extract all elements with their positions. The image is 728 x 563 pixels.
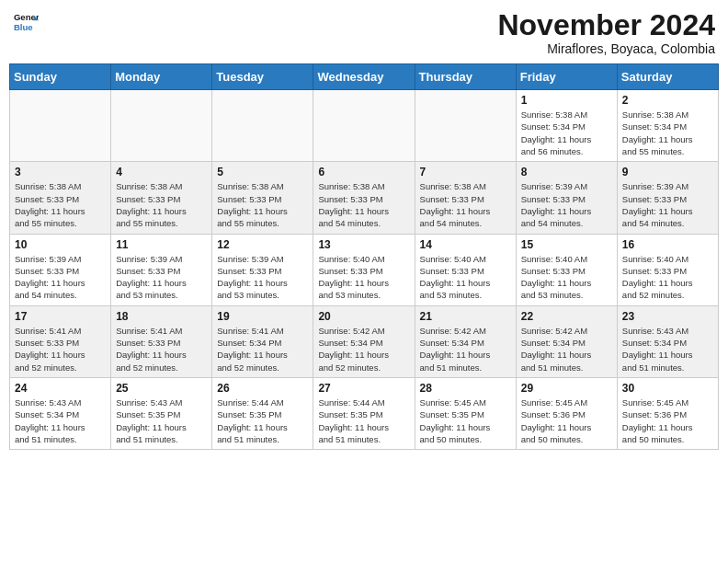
calendar-cell: 14Sunrise: 5:40 AM Sunset: 5:33 PM Dayli… <box>415 234 516 305</box>
week-row-1: 1Sunrise: 5:38 AM Sunset: 5:34 PM Daylig… <box>10 90 719 162</box>
day-info: Sunrise: 5:40 AM Sunset: 5:33 PM Dayligh… <box>622 253 713 302</box>
calendar-cell: 23Sunrise: 5:43 AM Sunset: 5:34 PM Dayli… <box>617 305 718 377</box>
day-info: Sunrise: 5:44 AM Sunset: 5:35 PM Dayligh… <box>217 396 308 445</box>
day-number: 5 <box>217 166 308 178</box>
day-number: 14 <box>420 238 511 251</box>
calendar-cell: 7Sunrise: 5:38 AM Sunset: 5:33 PM Daylig… <box>415 162 516 234</box>
calendar-cell: 22Sunrise: 5:42 AM Sunset: 5:34 PM Dayli… <box>516 305 617 377</box>
day-number: 9 <box>622 166 713 178</box>
weekday-header-tuesday: Tuesday <box>212 64 313 90</box>
day-number: 28 <box>420 382 511 395</box>
calendar-cell: 5Sunrise: 5:38 AM Sunset: 5:33 PM Daylig… <box>212 162 313 234</box>
month-title: November 2024 <box>497 9 715 41</box>
weekday-header-sunday: Sunday <box>10 64 111 90</box>
calendar-cell: 10Sunrise: 5:39 AM Sunset: 5:33 PM Dayli… <box>10 234 111 305</box>
week-row-4: 17Sunrise: 5:41 AM Sunset: 5:33 PM Dayli… <box>10 305 719 377</box>
weekday-header-saturday: Saturday <box>617 64 718 90</box>
day-info: Sunrise: 5:39 AM Sunset: 5:33 PM Dayligh… <box>521 180 612 229</box>
logo: General Blue <box>13 9 39 35</box>
calendar-cell: 18Sunrise: 5:41 AM Sunset: 5:33 PM Dayli… <box>111 305 212 377</box>
day-number: 13 <box>318 238 409 251</box>
calendar-cell: 21Sunrise: 5:42 AM Sunset: 5:34 PM Dayli… <box>415 305 516 377</box>
day-info: Sunrise: 5:38 AM Sunset: 5:34 PM Dayligh… <box>622 109 713 157</box>
day-number: 19 <box>217 310 308 323</box>
day-info: Sunrise: 5:38 AM Sunset: 5:33 PM Dayligh… <box>420 180 511 229</box>
calendar-cell: 20Sunrise: 5:42 AM Sunset: 5:34 PM Dayli… <box>313 305 415 377</box>
calendar-cell <box>111 90 212 162</box>
day-number: 22 <box>521 310 612 323</box>
calendar-cell: 3Sunrise: 5:38 AM Sunset: 5:33 PM Daylig… <box>10 162 111 234</box>
day-number: 6 <box>318 166 409 178</box>
day-number: 23 <box>622 310 713 323</box>
day-info: Sunrise: 5:45 AM Sunset: 5:36 PM Dayligh… <box>521 396 612 445</box>
calendar-cell: 24Sunrise: 5:43 AM Sunset: 5:34 PM Dayli… <box>10 377 111 449</box>
calendar-cell: 28Sunrise: 5:45 AM Sunset: 5:35 PM Dayli… <box>415 377 516 449</box>
svg-text:Blue: Blue <box>14 22 33 32</box>
day-number: 7 <box>420 166 511 178</box>
calendar-cell: 17Sunrise: 5:41 AM Sunset: 5:33 PM Dayli… <box>10 305 111 377</box>
weekday-header-wednesday: Wednesday <box>313 64 415 90</box>
day-info: Sunrise: 5:41 AM Sunset: 5:33 PM Dayligh… <box>15 325 106 373</box>
calendar-cell: 25Sunrise: 5:43 AM Sunset: 5:35 PM Dayli… <box>111 377 212 449</box>
day-number: 26 <box>217 382 308 395</box>
calendar-cell: 16Sunrise: 5:40 AM Sunset: 5:33 PM Dayli… <box>617 234 718 305</box>
day-number: 10 <box>15 238 106 251</box>
day-info: Sunrise: 5:45 AM Sunset: 5:35 PM Dayligh… <box>420 396 511 445</box>
calendar-cell: 15Sunrise: 5:40 AM Sunset: 5:33 PM Dayli… <box>516 234 617 305</box>
day-number: 1 <box>521 94 612 107</box>
week-row-3: 10Sunrise: 5:39 AM Sunset: 5:33 PM Dayli… <box>10 234 719 305</box>
day-number: 29 <box>521 382 612 395</box>
day-info: Sunrise: 5:45 AM Sunset: 5:36 PM Dayligh… <box>622 396 713 445</box>
day-info: Sunrise: 5:39 AM Sunset: 5:33 PM Dayligh… <box>217 253 308 302</box>
weekday-header-row: SundayMondayTuesdayWednesdayThursdayFrid… <box>10 64 719 90</box>
title-block: November 2024 Miraflores, Boyaca, Colomb… <box>497 9 715 56</box>
day-info: Sunrise: 5:38 AM Sunset: 5:33 PM Dayligh… <box>15 180 106 229</box>
day-number: 27 <box>318 382 409 395</box>
day-info: Sunrise: 5:40 AM Sunset: 5:33 PM Dayligh… <box>420 253 511 302</box>
day-number: 21 <box>420 310 511 323</box>
calendar-cell: 11Sunrise: 5:39 AM Sunset: 5:33 PM Dayli… <box>111 234 212 305</box>
day-number: 4 <box>116 166 207 178</box>
calendar-cell: 19Sunrise: 5:41 AM Sunset: 5:34 PM Dayli… <box>212 305 313 377</box>
calendar-cell: 2Sunrise: 5:38 AM Sunset: 5:34 PM Daylig… <box>617 90 718 162</box>
day-info: Sunrise: 5:39 AM Sunset: 5:33 PM Dayligh… <box>622 180 713 229</box>
weekday-header-thursday: Thursday <box>415 64 516 90</box>
weekday-header-friday: Friday <box>516 64 617 90</box>
calendar-cell: 8Sunrise: 5:39 AM Sunset: 5:33 PM Daylig… <box>516 162 617 234</box>
calendar-cell: 1Sunrise: 5:38 AM Sunset: 5:34 PM Daylig… <box>516 90 617 162</box>
calendar-cell <box>313 90 415 162</box>
page-header: General Blue November 2024 Miraflores, B… <box>9 9 719 56</box>
day-info: Sunrise: 5:40 AM Sunset: 5:33 PM Dayligh… <box>521 253 612 302</box>
day-info: Sunrise: 5:42 AM Sunset: 5:34 PM Dayligh… <box>420 325 511 373</box>
calendar-cell: 26Sunrise: 5:44 AM Sunset: 5:35 PM Dayli… <box>212 377 313 449</box>
calendar-cell: 29Sunrise: 5:45 AM Sunset: 5:36 PM Dayli… <box>516 377 617 449</box>
day-number: 15 <box>521 238 612 251</box>
calendar-cell: 13Sunrise: 5:40 AM Sunset: 5:33 PM Dayli… <box>313 234 415 305</box>
day-info: Sunrise: 5:39 AM Sunset: 5:33 PM Dayligh… <box>116 253 207 302</box>
day-info: Sunrise: 5:40 AM Sunset: 5:33 PM Dayligh… <box>318 253 409 302</box>
day-number: 16 <box>622 238 713 251</box>
location-subtitle: Miraflores, Boyaca, Colombia <box>497 41 715 56</box>
weekday-header-monday: Monday <box>111 64 212 90</box>
day-info: Sunrise: 5:42 AM Sunset: 5:34 PM Dayligh… <box>318 325 409 373</box>
day-number: 20 <box>318 310 409 323</box>
day-number: 3 <box>15 166 106 178</box>
calendar-table: SundayMondayTuesdayWednesdayThursdayFrid… <box>9 63 719 450</box>
day-number: 11 <box>116 238 207 251</box>
day-number: 30 <box>622 382 713 395</box>
day-info: Sunrise: 5:41 AM Sunset: 5:33 PM Dayligh… <box>116 325 207 373</box>
day-number: 17 <box>15 310 106 323</box>
week-row-5: 24Sunrise: 5:43 AM Sunset: 5:34 PM Dayli… <box>10 377 719 449</box>
calendar-cell: 12Sunrise: 5:39 AM Sunset: 5:33 PM Dayli… <box>212 234 313 305</box>
day-info: Sunrise: 5:39 AM Sunset: 5:33 PM Dayligh… <box>15 253 106 302</box>
day-info: Sunrise: 5:41 AM Sunset: 5:34 PM Dayligh… <box>217 325 308 373</box>
calendar-cell: 27Sunrise: 5:44 AM Sunset: 5:35 PM Dayli… <box>313 377 415 449</box>
day-info: Sunrise: 5:44 AM Sunset: 5:35 PM Dayligh… <box>318 396 409 445</box>
day-info: Sunrise: 5:42 AM Sunset: 5:34 PM Dayligh… <box>521 325 612 373</box>
calendar-cell <box>415 90 516 162</box>
day-number: 18 <box>116 310 207 323</box>
day-info: Sunrise: 5:43 AM Sunset: 5:35 PM Dayligh… <box>116 396 207 445</box>
logo-icon: General Blue <box>13 9 39 35</box>
day-number: 24 <box>15 382 106 395</box>
day-info: Sunrise: 5:38 AM Sunset: 5:33 PM Dayligh… <box>318 180 409 229</box>
